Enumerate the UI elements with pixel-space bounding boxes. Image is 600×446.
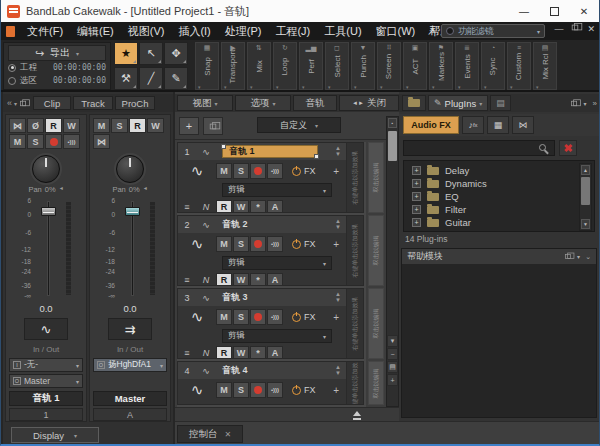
mute-button[interactable]: M: [93, 118, 110, 133]
audio-fx-button[interactable]: Audio FX: [403, 116, 459, 134]
solo-button[interactable]: S: [111, 118, 128, 133]
write-button[interactable]: W: [233, 273, 249, 286]
menu-item-tools[interactable]: 工具(U): [318, 24, 367, 39]
module-tab-punch[interactable]: ▼Punch▾: [351, 42, 375, 90]
tab-prochannel[interactable]: ProCh: [115, 96, 155, 110]
pan-knob[interactable]: [116, 155, 144, 183]
offset-button[interactable]: *: [250, 273, 266, 286]
edit-filter-dropdown[interactable]: 剪辑▾: [222, 329, 332, 343]
fader-thumb[interactable]: [41, 207, 56, 216]
solo-button[interactable]: S: [27, 134, 44, 149]
signal-type-box[interactable]: ⇉: [108, 318, 152, 340]
input-echo-button[interactable]: •))): [63, 134, 80, 149]
tree-item-guitar[interactable]: +Guitar: [404, 216, 594, 229]
mdi-minimize-button[interactable]: —: [554, 24, 563, 34]
write-button[interactable]: W: [233, 346, 249, 359]
media-tab[interactable]: [402, 95, 426, 111]
scroll-marker[interactable]: ▪: [388, 118, 397, 128]
automation-icon[interactable]: N: [196, 275, 216, 285]
fx-power-icon[interactable]: [292, 313, 301, 322]
track-solo-button[interactable]: S: [233, 163, 249, 179]
maximize-button[interactable]: [539, 0, 569, 22]
archive-button[interactable]: A: [267, 273, 283, 286]
close-button[interactable]: ✕: [569, 0, 599, 22]
track-echo-button[interactable]: •))): [267, 163, 283, 179]
automation-icon[interactable]: N: [196, 202, 216, 212]
collapse-right-icon[interactable]: »: [593, 99, 597, 108]
module-tab-screen[interactable]: ⠿Screen▾: [377, 42, 401, 90]
track-name[interactable]: 音轨 4: [222, 364, 248, 377]
offset-button[interactable]: *: [250, 200, 266, 213]
scrollbar-thumb[interactable]: [388, 131, 397, 161]
track-record-button[interactable]: [250, 309, 266, 325]
strip-track-name[interactable]: 音轨 1: [9, 391, 83, 406]
output-device-dropdown[interactable]: O 扬HghDfA1 ▾: [93, 358, 167, 372]
offset-button[interactable]: *: [250, 346, 266, 359]
mute-button[interactable]: M: [9, 134, 26, 149]
pan-knob[interactable]: [32, 155, 60, 183]
expand-icon[interactable]: +: [412, 218, 421, 227]
add-fx-button[interactable]: +: [333, 166, 339, 177]
tab-clip[interactable]: Clip: [33, 96, 71, 110]
fx-bin[interactable]: 右键单击以添加效果: [346, 362, 363, 404]
track-name-edit[interactable]: 音轨 1: [222, 145, 318, 158]
input-dropdown[interactable]: I -无- ▾: [9, 358, 83, 372]
view-menu-tab[interactable]: 视图▾: [177, 95, 233, 111]
console-tab[interactable]: 控制台 ✕: [177, 425, 243, 443]
display-button[interactable]: Display ▾: [11, 427, 99, 443]
close-icon[interactable]: ✕: [224, 430, 231, 439]
module-tab-mix[interactable]: ⇅Mix▾: [247, 42, 271, 90]
menu-item-file[interactable]: 文件(F): [21, 24, 69, 39]
module-tab-select[interactable]: ◻Select▾: [325, 42, 349, 90]
tree-scrollbar[interactable]: ▲ ▼: [579, 163, 592, 231]
clips-lane-track-2[interactable]: 双击以编辑: [368, 215, 384, 286]
phase-button[interactable]: Ø: [27, 118, 44, 133]
tree-item-eq[interactable]: +EQ: [404, 190, 594, 203]
tracks-tab[interactable]: 音轨: [293, 95, 337, 111]
zoom-out-icon[interactable]: −: [387, 348, 398, 360]
module-tab-mixrecall[interactable]: ▤Mix Rcl▾: [533, 42, 557, 90]
menu-item-view[interactable]: 视图(V): [122, 24, 171, 39]
scroll-up-icon[interactable]: ▲: [581, 165, 590, 175]
comping-icon[interactable]: ≡: [178, 202, 196, 212]
plugins-tab[interactable]: ✎ PlugIns ▾: [428, 95, 488, 111]
track-mute-button[interactable]: M: [216, 382, 232, 398]
fader-track[interactable]: [131, 201, 134, 296]
module-tab-loop[interactable]: ↻Loop▾: [273, 42, 297, 90]
edit-filter-dropdown[interactable]: 剪辑▾: [222, 183, 332, 197]
export-button[interactable]: ↪ 导出 ▾: [8, 45, 106, 61]
signal-type-box[interactable]: ∿: [24, 318, 68, 340]
close-tab[interactable]: ◄►关闭: [339, 95, 399, 111]
module-tab-markers[interactable]: ⚑Markers▾: [429, 42, 453, 90]
minimize-button[interactable]: —: [509, 0, 539, 22]
clips-lane-track-1[interactable]: 双击以编辑: [368, 142, 384, 213]
write-automation-button[interactable]: W: [147, 118, 164, 133]
module-tab-events[interactable]: ≣Events▾: [455, 42, 479, 90]
track-row-2[interactable]: 2 ∿ 音轨 2 ▲▼ ∿ M S •))) FX + 剪辑▾: [177, 215, 364, 286]
read-button[interactable]: R: [216, 200, 232, 213]
expand-track-icon[interactable]: ▲▼: [335, 145, 341, 157]
add-fx-button[interactable]: +: [333, 239, 339, 250]
fx-power-icon[interactable]: [292, 167, 301, 176]
instruments-button[interactable]: ▦: [487, 116, 509, 134]
module-tab-perf[interactable]: ▂▅Perf▾: [299, 42, 323, 90]
chevron-down-icon[interactable]: ▾: [577, 253, 580, 260]
expand-icon[interactable]: +: [412, 192, 421, 201]
read-automation-button[interactable]: R: [129, 118, 146, 133]
expand-track-icon[interactable]: ▲▼: [335, 291, 341, 303]
record-arm-button[interactable]: [45, 134, 62, 149]
draw-tool-button[interactable]: ✎: [164, 67, 188, 90]
track-solo-button[interactable]: S: [233, 236, 249, 252]
read-button[interactable]: R: [216, 346, 232, 359]
menu-item-edit[interactable]: 编辑(E): [71, 24, 120, 39]
midi-fx-button[interactable]: ♪fx: [462, 116, 484, 134]
selection-time-row[interactable]: 选区 00:00:00:00: [8, 74, 106, 87]
zoom-preset-icon[interactable]: ▤: [387, 361, 398, 373]
clear-search-button[interactable]: ✖: [559, 140, 577, 156]
mdi-close-button[interactable]: ✕: [587, 24, 595, 34]
track-echo-button[interactable]: •))): [267, 309, 283, 325]
dock-icon[interactable]: [571, 100, 577, 105]
line-tool-button[interactable]: ╱: [139, 67, 163, 90]
menu-item-project[interactable]: 工程(J): [269, 24, 316, 39]
track-solo-button[interactable]: S: [233, 382, 249, 398]
